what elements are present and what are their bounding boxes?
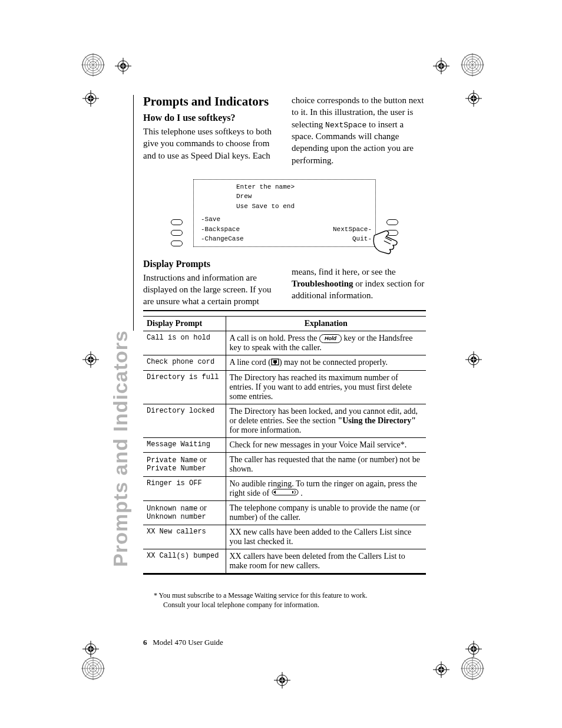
prompt-cell: Private Name or Private Number — [143, 452, 226, 476]
explanation-cell: Check for new messages in your Voice Mai… — [226, 437, 426, 452]
rosette-icon — [81, 657, 105, 680]
pointing-hand-icon — [370, 225, 402, 259]
body-text: Instructions and information are display… — [143, 272, 277, 308]
page-number: 6 — [143, 638, 147, 647]
softkey-button-icon — [171, 219, 183, 225]
explanation-cell: A line cord () may not be connected prop… — [226, 355, 426, 370]
page-title: Prompts and Indicators — [143, 94, 277, 109]
prompt-cell: Check phone cord — [143, 355, 226, 370]
softkey-label: -Save — [201, 215, 244, 225]
display-prompts-table: Display Prompt Explanation Call is on ho… — [143, 310, 426, 575]
body-text: This telephone uses softkeys to both giv… — [143, 126, 277, 162]
crop-mark-icon — [82, 351, 99, 368]
subheading-display-prompts: Display Prompts — [143, 259, 277, 269]
rosette-icon — [461, 657, 484, 680]
softkey-label: -Backspace — [201, 225, 244, 235]
crop-mark-icon — [433, 58, 449, 74]
page-footer: 6 Model 470 User Guide — [143, 638, 223, 647]
subheading-softkeys: How do I use softkeys? — [143, 113, 277, 123]
lcd-line: Enter the name> — [236, 182, 372, 192]
svg-rect-19 — [272, 489, 298, 495]
explanation-cell: The Directory has been locked, and you c… — [226, 404, 426, 437]
prompt-cell: Call is on hold — [143, 331, 226, 355]
rosette-icon — [81, 53, 105, 77]
softkey-button-icon — [171, 230, 183, 236]
prompt-cell: XX New callers — [143, 525, 226, 549]
crop-mark-icon — [465, 641, 482, 657]
table-header-row: Display Prompt Explanation — [143, 316, 426, 331]
section-tab: Prompts and Indicators — [109, 93, 132, 330]
table-row: Directory locked The Directory has been … — [143, 404, 426, 437]
svg-rect-18 — [275, 363, 276, 364]
table-row: Unknown name or Unknown number The telep… — [143, 501, 426, 525]
softkey-label: NextSpace- — [333, 225, 372, 235]
crop-mark-icon — [465, 351, 482, 368]
prompt-cell: Unknown name or Unknown number — [143, 501, 226, 525]
svg-rect-17 — [273, 360, 277, 363]
explanation-cell: The caller has requested that the name (… — [226, 452, 426, 476]
footer-title: Model 470 User Guide — [153, 638, 223, 647]
table-row: Call is on hold A call is on hold. Press… — [143, 331, 426, 355]
body-text: choice corresponds to the button next to… — [292, 94, 426, 166]
table-row: Directory is full The Directory has reac… — [143, 370, 426, 404]
prompt-cell: Directory is full — [143, 370, 226, 404]
softkey-label: Quit- — [333, 234, 372, 244]
crop-mark-icon — [433, 661, 449, 678]
rosette-icon — [461, 53, 484, 77]
table-row: Message Waiting Check for new messages i… — [143, 437, 426, 452]
explanation-cell: XX callers have been deleted from the Ca… — [226, 549, 426, 574]
svg-marker-20 — [273, 490, 276, 494]
explanation-cell: XX new calls have been added to the Call… — [226, 525, 426, 549]
explanation-cell: A call is on hold. Press the Hold key or… — [226, 331, 426, 355]
prompt-cell: Ringer is OFF — [143, 476, 226, 501]
table-row: Ringer is OFF No audible ringing. To tur… — [143, 476, 426, 501]
explanation-cell: The telephone company is unable to provi… — [226, 501, 426, 525]
lcd-line: Drew — [236, 192, 372, 202]
crop-mark-icon — [115, 58, 131, 74]
hold-key-icon: Hold — [319, 334, 342, 343]
col-header-explanation: Explanation — [226, 316, 426, 331]
table-row: Check phone cord A line cord () may not … — [143, 355, 426, 370]
crop-mark-icon — [274, 672, 290, 689]
explanation-cell: No audible ringing. To turn the ringer o… — [226, 476, 426, 501]
vertical-rule — [133, 95, 134, 331]
table-row: XX Call(s) bumped XX callers have been d… — [143, 549, 426, 574]
explanation-cell: The Directory has reached its maximum nu… — [226, 370, 426, 404]
line-jack-icon — [271, 358, 279, 368]
prompt-cell: Directory locked — [143, 404, 226, 437]
softkey-button-icon — [171, 241, 183, 246]
softkey-label: -ChangeCase — [201, 234, 244, 244]
col-header-prompt: Display Prompt — [143, 316, 226, 331]
softkey-diagram: Enter the name> Drew Use Save to end -Sa… — [193, 179, 376, 247]
crop-mark-icon — [82, 90, 99, 107]
volume-rocker-icon — [272, 489, 299, 498]
table-row: Private Name or Private Number The calle… — [143, 452, 426, 476]
crop-mark-icon — [465, 90, 482, 107]
lcd-line: Use Save to end — [236, 202, 372, 212]
table-row: XX New callers XX new calls have been ad… — [143, 525, 426, 549]
prompt-cell: XX Call(s) bumped — [143, 549, 226, 574]
footnote: * You must subscribe to a Message Waitin… — [160, 591, 426, 610]
crop-mark-icon — [82, 641, 99, 657]
prompt-cell: Message Waiting — [143, 437, 226, 452]
body-text: means, find it here, or see the Troubles… — [292, 266, 426, 302]
svg-rect-21 — [292, 491, 293, 493]
